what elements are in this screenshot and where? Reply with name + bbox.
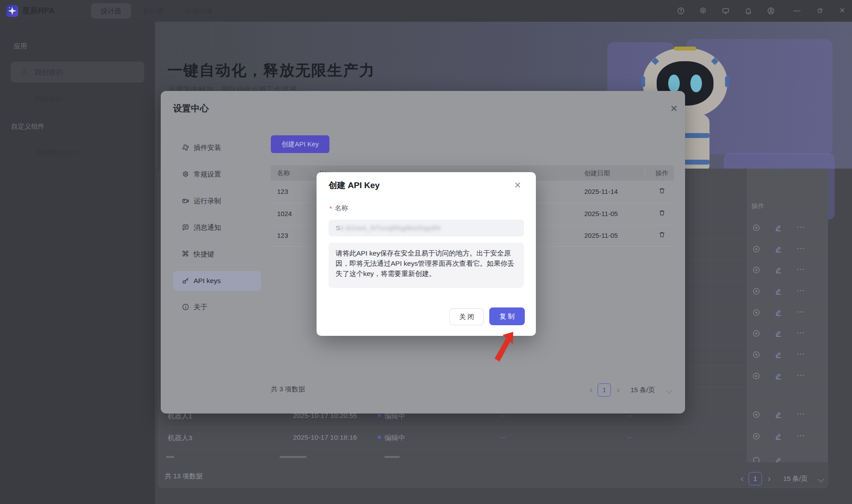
- delete-icon[interactable]: [658, 187, 666, 195]
- status-dot: [378, 414, 381, 417]
- api-key-date: 2025-11-14: [584, 188, 618, 195]
- key-icon: [182, 277, 190, 285]
- run-icon[interactable]: [752, 308, 761, 317]
- chevron-down-icon[interactable]: [819, 475, 823, 483]
- monitor-icon[interactable]: [721, 7, 730, 15]
- delete-icon[interactable]: [658, 209, 666, 217]
- api-modal-close-icon[interactable]: ✕: [512, 180, 523, 191]
- edit-icon[interactable]: [774, 432, 783, 441]
- security-note: 请将此API key保存在安全且易于访问的地方。出于安全原因，即将无法通过API…: [329, 243, 524, 288]
- account-icon[interactable]: [767, 7, 775, 15]
- settings-nav-api-keys[interactable]: API keys: [173, 271, 261, 291]
- settings-icon[interactable]: [699, 7, 707, 15]
- partial-row-mark: [384, 456, 400, 458]
- run-icon[interactable]: [752, 432, 761, 441]
- app-sidebar: 应用 我创建的 我获取的 自定义组件 我创建的组件: [0, 22, 155, 504]
- run-icon[interactable]: [752, 372, 761, 380]
- more-icon[interactable]: ⋯: [797, 349, 805, 359]
- minimize-button[interactable]: —: [793, 6, 801, 15]
- api-key-name: 123: [277, 232, 288, 239]
- edit-icon[interactable]: [774, 266, 783, 274]
- run-icon[interactable]: [752, 224, 761, 232]
- column-header-name: 名称: [277, 165, 290, 181]
- edit-icon[interactable]: [774, 372, 783, 380]
- table-action-header: 操作: [751, 202, 764, 210]
- close-button[interactable]: 关 闭: [449, 308, 484, 325]
- edit-icon[interactable]: [774, 350, 783, 359]
- column-header-action: 操作: [655, 165, 668, 181]
- sidebar-item-my-acquired[interactable]: 我获取的: [11, 89, 144, 110]
- create-api-key-modal: 创建 API Key ✕ * 名称 Sk-8Jrw4_NTuvqRkg8keOq…: [317, 172, 536, 336]
- more-icon[interactable]: ⋯: [797, 307, 805, 317]
- prev-page-icon[interactable]: ‹: [741, 472, 744, 484]
- more-icon[interactable]: ⋯: [797, 328, 805, 338]
- page-number[interactable]: 1: [749, 472, 762, 485]
- edit-icon[interactable]: [774, 287, 783, 295]
- row-actions: ⋯: [752, 329, 810, 338]
- create-api-key-button[interactable]: 创建API Key: [271, 135, 329, 153]
- more-icon[interactable]: ⋯: [797, 264, 805, 274]
- sidebar-item-my-created[interactable]: 我创建的: [11, 62, 144, 83]
- app-logo: [6, 5, 18, 17]
- message-icon: [182, 224, 190, 232]
- more-icon[interactable]: ⋯: [797, 286, 805, 295]
- run-icon[interactable]: [752, 245, 761, 253]
- more-icon[interactable]: ⋯: [797, 222, 805, 232]
- next-page-icon[interactable]: ›: [617, 383, 620, 396]
- more-icon[interactable]: ⋯: [797, 370, 805, 380]
- sidebar-item-my-components[interactable]: 我创建的组件: [11, 142, 144, 163]
- maximize-button[interactable]: [816, 7, 825, 14]
- notifications-icon[interactable]: [744, 7, 753, 15]
- chevron-down-icon[interactable]: [667, 386, 671, 394]
- run-icon[interactable]: [752, 350, 761, 359]
- run-icon[interactable]: [752, 266, 761, 274]
- api-key-date: 2025-11-05: [584, 210, 618, 217]
- row-actions: ⋯: [752, 350, 810, 359]
- row-actions: ⋯: [752, 266, 810, 275]
- page-size-select[interactable]: 15 条/页: [783, 475, 808, 483]
- edit-icon[interactable]: [774, 329, 783, 338]
- table-footer: 共 13 项数据 ‹ 1 › 15 条/页: [158, 462, 828, 488]
- run-icon[interactable]: [752, 329, 761, 338]
- edit-icon[interactable]: [774, 245, 783, 253]
- titlebar: 星辰RPA 设计器 执行器 应用市场 — ✕: [0, 0, 852, 22]
- tab-designer[interactable]: 设计器: [91, 3, 131, 19]
- settings-nav-notifications[interactable]: 消息通知: [173, 218, 261, 237]
- api-keys-total-count: 共 3 项数据: [271, 385, 305, 394]
- page-number[interactable]: 1: [598, 383, 611, 397]
- more-icon[interactable]: ⋯: [797, 431, 805, 441]
- settings-nav-recording[interactable]: 运行录制: [173, 191, 261, 211]
- run-icon[interactable]: [752, 287, 761, 295]
- api-key-value-field[interactable]: Sk-8Jrw4_NTuvqRkg8keOqydN: [329, 220, 524, 236]
- page-size-select[interactable]: 15 条/页: [630, 386, 655, 394]
- tab-executor[interactable]: 执行器: [140, 3, 167, 19]
- next-page-icon[interactable]: ›: [768, 472, 771, 484]
- help-icon[interactable]: [677, 7, 685, 15]
- settings-nav-plugins[interactable]: 插件安装: [173, 138, 261, 158]
- settings-close-icon[interactable]: ✕: [669, 103, 679, 114]
- api-key-date: 2025-11-05: [584, 232, 618, 239]
- edit-icon[interactable]: [774, 308, 783, 317]
- robot-time: 2025-10-17 10:18:16: [293, 433, 357, 441]
- settings-nav-about[interactable]: 关于: [173, 297, 261, 317]
- close-window-button[interactable]: ✕: [838, 6, 847, 15]
- more-icon[interactable]: ⋯: [797, 409, 805, 419]
- delete-icon[interactable]: [658, 231, 666, 239]
- prev-page-icon[interactable]: ‹: [590, 383, 593, 396]
- status-dot: [378, 436, 381, 439]
- edit-icon[interactable]: [774, 410, 783, 419]
- run-icon[interactable]: [752, 410, 761, 419]
- more-icon[interactable]: ⋯: [797, 244, 805, 253]
- copy-button[interactable]: 复 制: [489, 307, 525, 325]
- edit-icon[interactable]: [774, 224, 783, 232]
- settings-nav-shortcuts[interactable]: ⌘ 快捷键: [173, 244, 261, 264]
- tab-marketplace[interactable]: 应用市场: [181, 3, 217, 19]
- cell-dash: --: [501, 433, 505, 441]
- app-window: 一键自动化，释放无限生产力 从重复中解放，用自动化点燃工作灵感 操作: [0, 0, 852, 504]
- column-header-date: 创建日期: [584, 165, 610, 181]
- settings-nav-general[interactable]: 常规设置: [173, 165, 261, 184]
- sidebar-item-label: 我获取的: [35, 89, 63, 110]
- sidebar-section-components: 自定义组件: [11, 122, 44, 131]
- settings-nav-label: 常规设置: [194, 165, 221, 184]
- camera-icon: [182, 197, 190, 205]
